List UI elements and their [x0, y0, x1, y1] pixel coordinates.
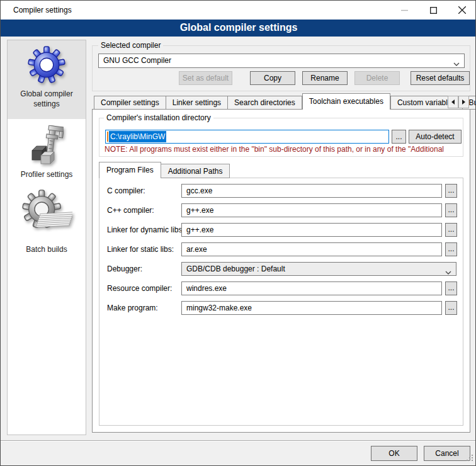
program-row-make-program: Make program: mingw32-make.exe ...	[99, 301, 464, 315]
static-linker-input[interactable]: ar.exe	[181, 242, 442, 256]
tab-search-directories[interactable]: Search directories	[228, 96, 302, 110]
field-label: Make program:	[107, 304, 158, 312]
ok-button[interactable]: OK	[371, 446, 417, 461]
sidebar-item-batch-builds[interactable]: Batch builds	[8, 183, 86, 260]
sidebar-item-global-compiler-settings[interactable]: Global compiler settings	[8, 40, 86, 119]
resource-compiler-input[interactable]: windres.exe	[181, 281, 442, 295]
dynamic-linker-input[interactable]: g++.exe	[181, 223, 442, 237]
sidebar-item-label: Profiler settings	[8, 169, 86, 179]
delete-button: Delete	[354, 71, 400, 85]
settings-tabbar: Compiler settings Linker settings Search…	[94, 93, 476, 110]
close-button[interactable]	[448, 1, 476, 20]
program-row-static-linker: Linker for static libs: ar.exe ...	[99, 242, 464, 256]
install-dir-browse-button[interactable]: ...	[392, 130, 406, 144]
sidebar-item-label: Global compiler settings	[8, 89, 86, 109]
tab-linker-settings[interactable]: Linker settings	[166, 96, 228, 110]
compiler-select-value: GNU GCC Compiler	[103, 54, 171, 67]
field-value: windres.exe	[186, 282, 227, 295]
close-icon	[458, 6, 466, 14]
make-program-input[interactable]: mingw32-make.exe	[181, 301, 442, 315]
install-dir-note: NOTE: All programs must exist either in …	[105, 145, 463, 154]
program-files-subtabbar: Program Files Additional Paths	[99, 162, 230, 178]
cpp-compiler-input[interactable]: g++.exe	[181, 203, 442, 217]
field-value: ar.exe	[186, 243, 207, 256]
sidebar-item-label: Batch builds	[8, 244, 86, 254]
program-row-debugger: Debugger: GDB/CDB debugger : Default	[99, 262, 464, 276]
compiler-settings-window: Compiler settings Global compiler settin…	[0, 0, 476, 466]
make-program-browse-button[interactable]: ...	[445, 301, 457, 315]
program-files-panel: C compiler: gcc.exe ... C++ compiler: g+…	[99, 178, 463, 426]
field-value: g++.exe	[186, 204, 213, 217]
debugger-select[interactable]: GDB/CDB debugger : Default	[181, 262, 456, 276]
subtab-additional-paths[interactable]: Additional Paths	[161, 164, 230, 178]
minimize-icon	[401, 7, 408, 14]
caliper-icon	[8, 124, 86, 168]
tab-scroll-right-button[interactable]	[458, 96, 469, 108]
footer-divider	[1, 440, 476, 441]
chevron-down-icon	[453, 59, 460, 68]
program-row-dynamic-linker: Linker for dynamic libs: g++.exe ...	[99, 223, 464, 237]
gear-stack-icon	[8, 188, 86, 242]
static-linker-browse-button[interactable]: ...	[445, 242, 457, 256]
field-value: GDB/CDB debugger : Default	[186, 263, 285, 275]
installation-directory-legend: Compiler's installation directory	[104, 113, 213, 122]
gear-blue-icon	[8, 46, 86, 86]
resource-compiler-browse-button[interactable]: ...	[445, 281, 457, 295]
set-as-default-button: Set as default	[179, 71, 232, 85]
subtab-program-files[interactable]: Program Files	[99, 162, 161, 178]
page-banner: Global compiler settings	[1, 20, 476, 37]
chevron-down-icon	[445, 268, 451, 276]
reset-defaults-button[interactable]: Reset defaults	[411, 71, 470, 85]
field-value: mingw32-make.exe	[186, 302, 252, 314]
settings-sidebar: Global compiler settings	[7, 40, 86, 435]
c-compiler-input[interactable]: gcc.exe	[181, 184, 442, 198]
c-compiler-browse-button[interactable]: ...	[445, 184, 457, 198]
tab-compiler-settings[interactable]: Compiler settings	[94, 96, 166, 110]
tab-scroll-right-icon	[462, 99, 465, 105]
copy-button[interactable]: Copy	[250, 71, 295, 85]
field-label: Linker for dynamic libs:	[107, 225, 184, 234]
field-label: Debugger:	[107, 264, 142, 273]
maximize-button[interactable]	[419, 1, 448, 20]
program-row-cpp-compiler: C++ compiler: g++.exe ...	[99, 203, 464, 217]
field-label: Linker for static libs:	[107, 245, 174, 254]
dynamic-linker-browse-button[interactable]: ...	[445, 223, 457, 237]
page-title: Global compiler settings	[1, 20, 476, 36]
rename-button[interactable]: Rename	[302, 71, 348, 85]
auto-detect-button[interactable]: Auto-detect	[409, 130, 462, 144]
selected-compiler-legend: Selected compiler	[98, 41, 163, 50]
sidebar-item-profiler-settings[interactable]: Profiler settings	[8, 119, 86, 183]
program-row-resource-compiler: Resource compiler: windres.exe ...	[99, 281, 464, 295]
field-label: C++ compiler:	[107, 206, 154, 215]
minimize-button[interactable]	[390, 1, 419, 20]
field-label: C compiler:	[107, 186, 145, 195]
tab-toolchain-executables[interactable]: Toolchain executables	[302, 93, 390, 110]
compiler-select[interactable]: GNU GCC Compiler	[98, 54, 465, 68]
titlebar: Compiler settings	[1, 1, 476, 20]
field-value: gcc.exe	[186, 185, 212, 197]
cpp-compiler-browse-button[interactable]: ...	[445, 203, 457, 217]
install-dir-value: C:\raylib\MinGW	[109, 131, 166, 142]
text-caret	[107, 132, 108, 142]
install-dir-input[interactable]: C:\raylib\MinGW	[105, 130, 389, 144]
program-row-c-compiler: C compiler: gcc.exe ...	[99, 184, 464, 198]
tab-scroll-left-button[interactable]	[448, 96, 458, 108]
tab-scroll-left-icon	[451, 99, 455, 105]
field-value: g++.exe	[186, 224, 213, 236]
cancel-button[interactable]: Cancel	[424, 446, 470, 461]
resize-grip[interactable]	[467, 455, 473, 463]
maximize-icon	[430, 7, 437, 14]
field-label: Resource compiler:	[107, 284, 172, 293]
window-title: Compiler settings	[13, 1, 72, 20]
